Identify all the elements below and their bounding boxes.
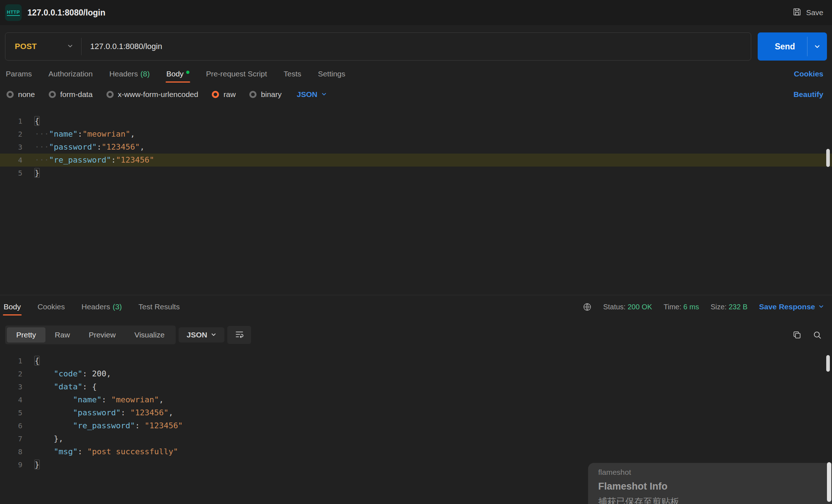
- code-line: 6 "re_password": "123456": [0, 419, 832, 432]
- response-language-select[interactable]: JSON: [179, 327, 224, 342]
- language-label: JSON: [297, 90, 318, 99]
- body-mode-bar: noneform-datax-www-form-urlencodedrawbin…: [0, 85, 832, 104]
- tab-pre-request-script[interactable]: Pre-request Script: [205, 64, 268, 84]
- status-value: 200 OK: [627, 303, 652, 311]
- code-line: 2 "code": 200,: [0, 367, 832, 380]
- tab-label: Cookies: [38, 302, 65, 311]
- code-text: "msg": "post successfully": [22, 445, 832, 458]
- scrollbar-thumb[interactable]: [826, 355, 830, 372]
- globe-icon[interactable]: [583, 302, 592, 311]
- status-label: Status:: [603, 303, 626, 311]
- size-badge: Size: 232 B: [710, 303, 747, 311]
- response-toolbar: PrettyRawPreviewVisualize JSON: [0, 318, 832, 352]
- postman-window: HTTP 127.0.0.1:8080/login Save POST Send…: [0, 0, 832, 504]
- tab-headers[interactable]: Headers(8): [109, 64, 150, 84]
- body-mode-form-data[interactable]: form-data: [49, 90, 93, 99]
- cookies-link[interactable]: Cookies: [794, 70, 823, 78]
- send-label: Send: [758, 42, 807, 52]
- code-line[interactable]: 5}: [0, 167, 832, 180]
- code-line: 7 },: [0, 432, 832, 445]
- view-tab-pretty[interactable]: Pretty: [7, 327, 45, 342]
- chevron-down-icon: [321, 90, 327, 99]
- code-line: 5 "password": "123456",: [0, 406, 832, 419]
- tab-label: Authorization: [48, 70, 93, 78]
- tab-authorization[interactable]: Authorization: [48, 64, 93, 84]
- tab-tests[interactable]: Tests: [283, 64, 302, 84]
- save-icon: [792, 7, 802, 18]
- tab-label: Params: [6, 70, 32, 78]
- line-number: 4: [0, 154, 22, 167]
- line-number: 3: [0, 380, 22, 393]
- code-line[interactable]: 1{: [0, 115, 832, 128]
- line-number: 3: [0, 141, 22, 154]
- send-button[interactable]: Send: [758, 32, 827, 61]
- send-options-chevron-icon[interactable]: [807, 43, 827, 50]
- wrap-text-icon: [235, 330, 244, 340]
- code-text: ···"password":"123456",: [22, 141, 832, 154]
- scrollbar-thumb[interactable]: [826, 149, 830, 167]
- code-text: "re_password": "123456": [22, 419, 832, 432]
- language-label: JSON: [187, 331, 207, 339]
- url-box: POST: [5, 32, 751, 61]
- mode-label: none: [18, 90, 35, 99]
- view-tab-raw[interactable]: Raw: [45, 327, 79, 342]
- body-language-select[interactable]: JSON: [297, 90, 327, 99]
- view-tab-visualize[interactable]: Visualize: [125, 327, 174, 342]
- view-tab-preview[interactable]: Preview: [79, 327, 125, 342]
- code-line[interactable]: 4···"re_password":"123456": [0, 154, 832, 167]
- response-tab-test-results[interactable]: Test Results: [138, 297, 180, 317]
- tab-params[interactable]: Params: [5, 64, 32, 84]
- code-line: 1{: [0, 354, 832, 367]
- response-tab-cookies[interactable]: Cookies: [37, 297, 66, 317]
- mode-label: form-data: [60, 90, 93, 99]
- body-mode-x-www-form-urlencoded[interactable]: x-www-form-urlencoded: [106, 90, 198, 99]
- code-line[interactable]: 2···"name":"meowrian",: [0, 128, 832, 141]
- line-number: 1: [0, 115, 22, 128]
- code-text: "code": 200,: [22, 367, 832, 380]
- tab-label: Body: [166, 70, 184, 78]
- body-mode-raw[interactable]: raw: [212, 90, 236, 99]
- response-tab-body[interactable]: Body: [3, 297, 22, 317]
- time-label: Time:: [664, 303, 681, 311]
- chevron-down-icon: [211, 331, 216, 339]
- search-icon[interactable]: [813, 330, 822, 340]
- radio-icon: [6, 91, 14, 98]
- mode-label: binary: [261, 90, 281, 99]
- body-mode-none[interactable]: none: [6, 90, 35, 99]
- save-response-button[interactable]: Save Response: [759, 302, 824, 311]
- copy-icon[interactable]: [792, 330, 802, 340]
- method-select[interactable]: POST: [5, 33, 81, 60]
- time-badge: Time: 6 ms: [664, 303, 699, 311]
- wrap-text-button[interactable]: [227, 326, 251, 344]
- status-badge: Status: 200 OK: [603, 303, 652, 311]
- response-tabs-bar: BodyCookiesHeaders(3)Test Results Status…: [0, 295, 832, 318]
- body-mode-binary[interactable]: binary: [249, 90, 281, 99]
- code-text: }: [22, 167, 832, 180]
- response-meta: Status: 200 OK Time: 6 ms Size: 232 B Sa…: [583, 302, 824, 311]
- radio-icon: [249, 91, 257, 98]
- tab-settings[interactable]: Settings: [317, 64, 346, 84]
- tab-label: Settings: [318, 70, 345, 78]
- http-badge-label: HTTP: [7, 9, 20, 16]
- chevron-down-icon: [818, 302, 824, 311]
- tab-body[interactable]: Body: [166, 64, 190, 84]
- code-line: 3 "data": {: [0, 380, 832, 393]
- save-response-label: Save Response: [759, 302, 815, 311]
- tab-count: (8): [140, 70, 150, 78]
- code-line[interactable]: 3···"password":"123456",: [0, 141, 832, 154]
- save-button[interactable]: Save: [792, 7, 823, 18]
- response-tab-headers[interactable]: Headers(3): [81, 297, 123, 317]
- mode-label: raw: [223, 90, 236, 99]
- method-label: POST: [15, 42, 37, 51]
- line-number: 9: [0, 458, 22, 471]
- beautify-link[interactable]: Beautify: [793, 90, 823, 99]
- notification-message: 捕获已保存至剪贴板: [598, 496, 832, 504]
- url-input[interactable]: [82, 33, 751, 60]
- request-body-editor[interactable]: 1{2···"name":"meowrian",3···"password":"…: [0, 115, 832, 295]
- line-number: 5: [0, 167, 22, 180]
- save-label: Save: [806, 8, 823, 17]
- code-text: {: [22, 354, 832, 367]
- scrollbar-thumb[interactable]: [827, 462, 831, 502]
- code-line: 8 "msg": "post successfully": [0, 445, 832, 458]
- code-text: },: [22, 432, 832, 445]
